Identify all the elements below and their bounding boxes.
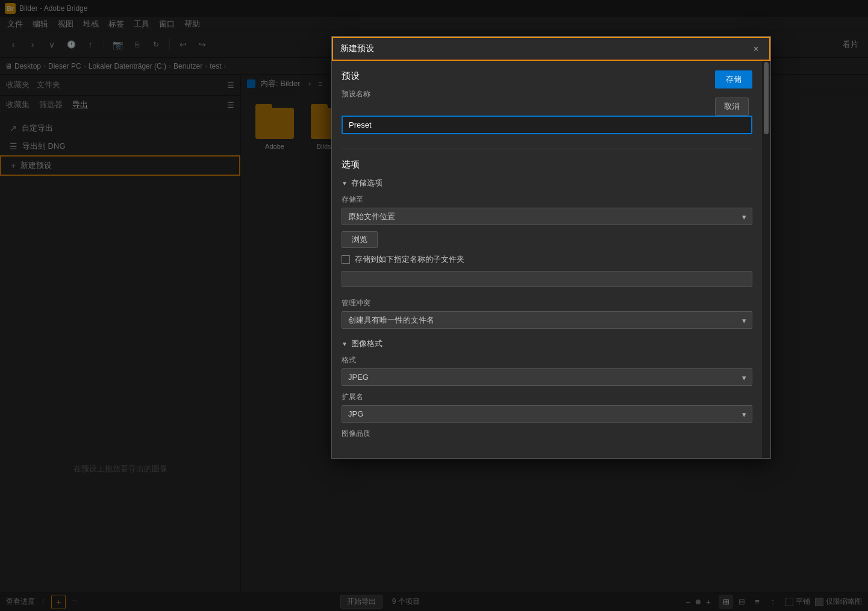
dialog-actions: 存储 取消 bbox=[715, 70, 752, 116]
subfolder-checkbox[interactable] bbox=[342, 255, 350, 264]
new-preset-dialog: 新建预设 × 存储 取消 预设 预设名称 选项 ▼ 存储选项 bbox=[331, 36, 771, 459]
storage-subsection-header[interactable]: ▼ 存储选项 bbox=[342, 178, 752, 188]
extension-wrapper: JPG JPEG bbox=[342, 405, 752, 423]
browse-button[interactable]: 浏览 bbox=[342, 231, 378, 248]
dialog-close-btn[interactable]: × bbox=[750, 43, 762, 55]
options-section-title: 选项 bbox=[342, 159, 752, 170]
conflict-wrapper: 创建具有唯一性的文件名 覆盖 跳过 bbox=[342, 311, 752, 329]
dialog-title: 新建预设 bbox=[340, 43, 374, 54]
save-button[interactable]: 存储 bbox=[715, 70, 752, 88]
subfolder-checkbox-label: 存储到如下指定名称的子文件夹 bbox=[355, 254, 464, 265]
quality-label: 图像品质 bbox=[342, 429, 752, 439]
preset-section-title: 预设 bbox=[342, 70, 752, 82]
dialog-body: 存储 取消 预设 预设名称 选项 ▼ 存储选项 存储至 原始文件位 bbox=[332, 61, 770, 458]
collapse-storage-icon: ▼ bbox=[342, 180, 348, 187]
image-format-header[interactable]: ▼ 图像格式 bbox=[342, 338, 752, 349]
image-format-title: 图像格式 bbox=[351, 338, 382, 349]
dialog-title-bar: 新建预设 × bbox=[332, 37, 770, 61]
storage-to-label: 存储至 bbox=[342, 194, 752, 205]
dialog-scrollbar[interactable] bbox=[762, 61, 770, 458]
image-format-subsection: ▼ 图像格式 格式 JPEG PNG TIFF PSD 扩展名 JPG bbox=[342, 338, 752, 439]
format-wrapper: JPEG PNG TIFF PSD bbox=[342, 368, 752, 386]
preset-name-input[interactable] bbox=[342, 116, 752, 134]
conflict-label: 管理冲突 bbox=[342, 298, 752, 308]
extension-select[interactable]: JPG JPEG bbox=[342, 405, 752, 423]
dialog-main: 存储 取消 预设 预设名称 选项 ▼ 存储选项 存储至 原始文件位 bbox=[332, 61, 762, 458]
storage-to-select[interactable]: 原始文件位置 指定文件夹 bbox=[342, 208, 752, 225]
preset-name-label: 预设名称 bbox=[342, 89, 752, 99]
storage-subsection-title: 存储选项 bbox=[351, 178, 382, 188]
extension-label: 扩展名 bbox=[342, 392, 752, 402]
collapse-format-icon: ▼ bbox=[342, 341, 348, 347]
cancel-button[interactable]: 取消 bbox=[715, 98, 749, 116]
conflict-select[interactable]: 创建具有唯一性的文件名 覆盖 跳过 bbox=[342, 311, 752, 329]
subfolder-checkbox-row: 存储到如下指定名称的子文件夹 bbox=[342, 254, 752, 265]
format-select[interactable]: JPEG PNG TIFF PSD bbox=[342, 368, 752, 386]
storage-subsection: ▼ 存储选项 存储至 原始文件位置 指定文件夹 浏览 存储到如下指定名称的子文件… bbox=[342, 178, 752, 329]
scrollbar-track[interactable] bbox=[764, 62, 769, 457]
section-divider bbox=[342, 149, 752, 149]
format-label: 格式 bbox=[342, 355, 752, 365]
subfolder-input[interactable] bbox=[342, 271, 752, 287]
scrollbar-thumb[interactable] bbox=[764, 62, 769, 134]
storage-to-wrapper: 原始文件位置 指定文件夹 bbox=[342, 208, 752, 225]
